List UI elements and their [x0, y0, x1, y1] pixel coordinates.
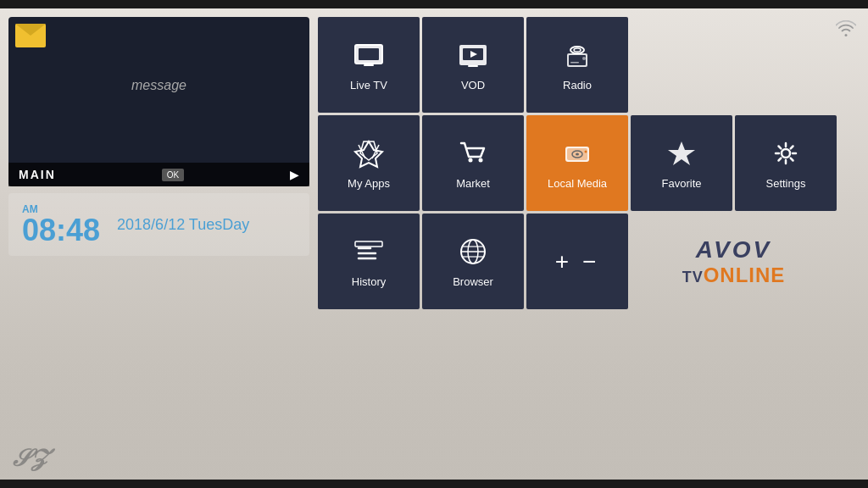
menu-item-my-apps[interactable]: My Apps	[318, 115, 420, 211]
globe-icon	[456, 235, 490, 269]
time-display: 08:48	[22, 215, 100, 246]
main-content: message MAIN OK ▶ AM 08:48 2018/6/12 Tue…	[0, 0, 868, 488]
gear-icon	[769, 136, 803, 170]
svg-point-13	[582, 57, 586, 60]
svg-point-10	[574, 48, 581, 52]
star-icon	[665, 136, 698, 170]
top-border	[0, 0, 868, 8]
video-thumbnail: message MAIN OK ▶	[8, 17, 309, 186]
svg-rect-26	[355, 241, 382, 247]
branding-area: AVOV TVONLINE	[631, 214, 837, 309]
play-icon: ▶	[290, 168, 299, 181]
tv-icon	[352, 38, 386, 72]
svg-marker-24	[668, 141, 695, 165]
watermark: 𝒮𝒵	[12, 445, 45, 473]
menu-item-local-media[interactable]: Local Media	[526, 115, 628, 211]
main-area: message MAIN OK ▶ AM 08:48 2018/6/12 Tue…	[0, 8, 868, 480]
svg-point-25	[782, 149, 790, 158]
menu-item-vod[interactable]: VOD	[422, 17, 524, 113]
right-panel: Live TV VOD	[318, 17, 860, 471]
hdd-icon	[560, 136, 594, 170]
history-icon	[352, 235, 386, 269]
apps-icon	[352, 136, 386, 170]
menu-item-favorite[interactable]: Favorite	[631, 115, 732, 211]
live-tv-label: Live TV	[350, 79, 387, 92]
left-panel: message MAIN OK ▶ AM 08:48 2018/6/12 Tue…	[8, 17, 309, 471]
my-apps-label: My Apps	[348, 177, 390, 190]
message-label: message	[131, 78, 186, 93]
date-display: 2018/6/12 TuesDay	[117, 216, 249, 234]
channel-name: MAIN	[19, 168, 56, 181]
browser-label: Browser	[453, 275, 493, 288]
tvonline-text: TVONLINE	[682, 263, 786, 287]
radio-icon	[560, 38, 594, 72]
menu-item-history[interactable]: History	[318, 214, 420, 309]
cart-icon	[456, 136, 490, 170]
time-block: AM 08:48	[22, 203, 100, 246]
radio-label: Radio	[563, 79, 592, 92]
menu-item-radio[interactable]: Radio	[526, 17, 628, 113]
wifi-area	[836, 20, 856, 42]
svg-point-23	[585, 151, 587, 153]
svg-rect-12	[569, 55, 586, 65]
menu-item-market[interactable]: Market	[422, 115, 524, 211]
clock-area: AM 08:48 2018/6/12 TuesDay	[8, 193, 309, 256]
local-media-label: Local Media	[548, 177, 607, 190]
tv-text: TV	[682, 269, 704, 286]
menu-item-settings[interactable]: Settings	[735, 115, 837, 211]
wifi-icon	[836, 20, 856, 42]
menu-item-plus-minus[interactable]: + −	[526, 214, 628, 309]
favorite-label: Favorite	[662, 177, 702, 190]
settings-label: Settings	[766, 177, 806, 190]
menu-item-browser[interactable]: Browser	[422, 214, 524, 309]
bottom-border	[0, 480, 868, 488]
svg-rect-4	[367, 64, 370, 66]
svg-point-17	[469, 158, 473, 163]
market-label: Market	[456, 177, 490, 190]
svg-point-9	[570, 47, 584, 53]
menu-item-live-tv[interactable]: Live TV	[318, 17, 420, 113]
online-text: ONLINE	[704, 263, 786, 286]
ok-button[interactable]: OK	[162, 169, 184, 181]
svg-rect-2	[359, 48, 379, 60]
vod-icon	[456, 38, 490, 72]
plus-minus-symbols: + −	[555, 248, 599, 275]
svg-rect-8	[468, 65, 478, 67]
vod-label: VOD	[461, 79, 485, 92]
envelope-icon	[15, 24, 46, 47]
svg-rect-14	[570, 62, 579, 64]
avov-text: AVOV	[696, 236, 771, 263]
svg-point-22	[576, 153, 579, 156]
menu-grid: Live TV VOD	[318, 17, 860, 309]
svg-point-18	[479, 158, 483, 163]
history-label: History	[352, 275, 386, 288]
video-controls: MAIN OK ▶	[8, 163, 309, 186]
